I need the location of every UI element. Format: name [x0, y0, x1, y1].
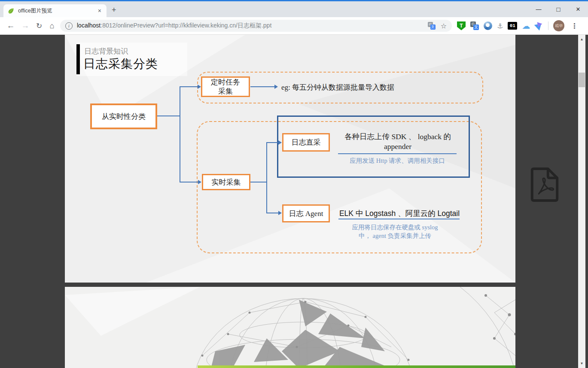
arrowhead — [278, 211, 282, 215]
tampermonkey-shield-icon[interactable]: T — [457, 21, 466, 30]
browser-toolbar: ← → ↻ ⌂ i localhost:8012/onlinePreview?u… — [0, 17, 588, 35]
slide-title: 日志采集分类 — [83, 56, 158, 72]
bird-extension-icon[interactable] — [535, 21, 543, 30]
connector-line — [180, 86, 198, 87]
close-button[interactable]: ✕ — [568, 1, 588, 17]
direct-heading-text: 各种日志上传 SDK 、 logback 的 appender — [338, 132, 457, 152]
home-icon[interactable]: ⌂ — [46, 20, 58, 31]
connector-line — [250, 86, 275, 87]
tab-office-preview[interactable]: office图片预览 × — [3, 4, 107, 17]
browser-window: office图片预览 × + — □ ✕ ← → ↻ ⌂ i localhost… — [0, 0, 588, 368]
translate-page-icon[interactable]: G 文 — [428, 22, 436, 30]
connector-line — [250, 182, 267, 182]
node-log-agent: 日志 Agent — [282, 204, 330, 222]
badge-01-extension-icon[interactable]: 01 — [508, 22, 517, 30]
browser-menu-icon[interactable]: ⋮ — [569, 22, 579, 30]
node-timed-collection: 定时任务采集 — [201, 76, 250, 97]
underline — [338, 219, 460, 219]
tab-close-icon[interactable]: × — [97, 7, 102, 15]
vertical-scrollbar[interactable]: ▲ ▼ — [578, 35, 585, 368]
arrowhead — [278, 140, 282, 145]
maximize-button[interactable]: □ — [548, 1, 568, 17]
connector-line — [180, 86, 180, 182]
page-content: 日志背景知识 日志采集分类 从实时性分类 定时任务采集 实时采集 日 — [0, 35, 588, 368]
slide-preview-2 — [65, 287, 515, 368]
minimize-button[interactable]: — — [529, 1, 548, 17]
underline — [338, 153, 457, 154]
node-realtime-collection: 实时采集 — [202, 174, 250, 190]
arrowhead — [274, 85, 278, 89]
tab-title: office图片预览 — [18, 7, 97, 15]
slide-kicker: 日志背景知识 — [84, 46, 128, 56]
address-bar[interactable]: i localhost:8012/onlinePreview?url=http:… — [60, 20, 452, 32]
reload-icon[interactable]: ↻ — [34, 20, 45, 31]
direct-subtext: 应用发送 Http 请求、调用相关接口 — [329, 157, 465, 165]
node-direct-collection: 日志直采 — [282, 133, 330, 152]
pdf-file-icon[interactable] — [529, 167, 561, 202]
connector-line — [266, 142, 267, 213]
url-path: :8012/onlinePreview?url=http://kkfilevie… — [101, 22, 271, 29]
profile-avatar[interactable]: 精华 — [553, 20, 564, 31]
spring-leaf-favicon — [8, 8, 14, 14]
back-icon[interactable]: ← — [5, 20, 16, 31]
toolbar-divider — [548, 21, 548, 30]
agent-heading-text: ELK 中 Logstash 、阿里云的 Logtail — [335, 208, 464, 219]
window-controls: — □ ✕ — [529, 1, 588, 17]
titlebar: office图片预览 × + — □ ✕ — [0, 1, 588, 17]
extensions-bar: T G 文 ⚓ 01 ☁ 精华 ⋮ — [457, 20, 585, 32]
connector-line — [156, 116, 180, 116]
swirl-extension-icon[interactable] — [484, 21, 492, 30]
anchor-extension-icon[interactable]: ⚓ — [497, 22, 503, 30]
scroll-up-icon[interactable]: ▲ — [578, 36, 585, 43]
slide-preview-1: 日志背景知识 日志采集分类 从实时性分类 定时任务采集 实时采集 日 — [65, 35, 515, 283]
page-info-icon[interactable]: i — [65, 22, 73, 30]
arrowhead — [198, 85, 201, 89]
translate-front-glyph: 文 — [430, 24, 436, 30]
cloud-extension-icon[interactable]: ☁ — [522, 21, 530, 30]
node-label: 定时任务采集 — [209, 78, 242, 96]
forward-icon[interactable]: → — [20, 20, 31, 31]
translate-extension-icon[interactable]: G 文 — [470, 21, 479, 30]
connector-line — [267, 213, 279, 213]
agent-subtext: 应用将日志保存在硬盘或 syslog 中， agent 负责采集并上传 — [349, 223, 441, 240]
new-tab-button[interactable]: + — [112, 6, 116, 15]
connector-line — [180, 182, 198, 182]
node-root: 从实时性分类 — [90, 103, 157, 129]
scroll-down-icon[interactable]: ▼ — [578, 360, 585, 367]
arrowhead — [198, 180, 201, 184]
green-footer-strip — [198, 365, 515, 368]
translate-front-glyph: 文 — [473, 24, 479, 30]
title-accent-bar — [76, 44, 80, 74]
url-text: localhost:8012/onlinePreview?url=http://… — [77, 22, 428, 30]
scrollbar-thumb[interactable] — [579, 73, 585, 87]
connector-line — [267, 142, 279, 143]
timed-example-text: eg: 每五分钟从数据源批量导入数据 — [281, 82, 394, 92]
url-host: localhost — [77, 22, 101, 29]
bookmark-star-icon[interactable]: ☆ — [441, 22, 447, 30]
